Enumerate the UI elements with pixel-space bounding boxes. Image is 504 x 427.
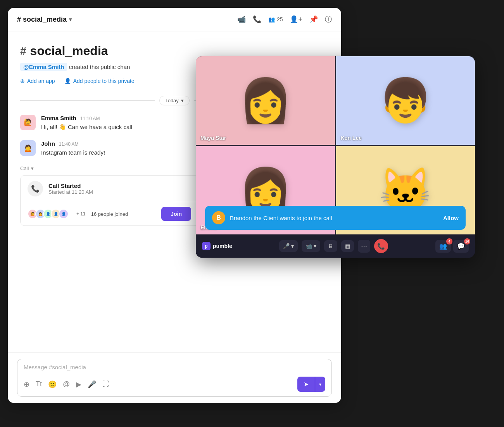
message-input-area: Message #social_media ⊕ Tt 🙂 @ ▶ 🎤 ⛶ ➤ ▾ — [8, 352, 341, 403]
send-btn-group: ➤ ▾ — [297, 377, 325, 392]
add-people-action[interactable]: 👤 Add people to this private — [64, 78, 135, 84]
people-joined: 16 people joined — [91, 211, 156, 217]
today-chevron-icon: ▾ — [181, 98, 184, 103]
avatar-emma: 🙋 — [20, 115, 36, 130]
chat-badge: 16 — [464, 238, 470, 244]
toast-avatar: B — [212, 211, 225, 224]
phone-icon[interactable]: 📞 — [253, 15, 261, 24]
gif-icon[interactable]: ▶ — [76, 380, 81, 389]
add-people-icon: 👤 — [64, 78, 71, 84]
mini-avatar-5: 👤 — [59, 209, 69, 219]
end-call-button[interactable]: 📞 — [374, 239, 388, 253]
video-controls: p pumble 🎤 ▾ 📹 ▾ 🖥 ▦ ⋯ 📞 👥 4 💬 — [196, 234, 475, 258]
send-button[interactable]: ➤ — [297, 377, 315, 392]
pumble-brand-text: pumble — [213, 243, 232, 249]
video-icon[interactable]: 📹 — [237, 15, 246, 24]
screen-ctrl-button[interactable]: 🖥 — [324, 240, 337, 252]
right-ctrl-group: 👥 4 💬 16 — [435, 240, 469, 253]
message-author-0: Emma Smith — [41, 115, 76, 121]
add-app-icon: ⊕ — [20, 78, 25, 84]
video-name-maya: Maya Star — [200, 135, 226, 141]
more-ctrl-button[interactable]: ⋯ — [358, 240, 370, 253]
text-format-icon[interactable]: Tt — [36, 380, 42, 388]
toast-allow-button[interactable]: Allow — [443, 215, 459, 221]
call-card: 📞 Call Started Started at 11:20 AM 🙋 🙍 👤… — [20, 175, 198, 226]
avatar-3d-maya: 👩 — [196, 56, 335, 145]
video-tile-maya: 👩 Maya Star — [196, 56, 335, 145]
video-ctrl-icon: 📹 — [306, 243, 312, 249]
layout-ctrl-button[interactable]: ▦ — [341, 240, 354, 252]
avatars-row: 🙋 🙍 👤 👤 👤 — [28, 209, 66, 219]
participants-badge: 4 — [446, 238, 452, 244]
join-button[interactable]: Join — [161, 207, 191, 221]
participants-ctrl-button[interactable]: 👥 4 — [435, 240, 451, 253]
mic-ctrl-icon: 🎤 — [283, 243, 290, 249]
avatar-3d-ken: 👦 — [336, 56, 475, 145]
expand-icon[interactable]: ⛶ — [102, 380, 109, 388]
attach-icon[interactable]: ⊕ — [24, 380, 29, 389]
channel-chevron-icon: ▾ — [69, 16, 72, 22]
video-tile-ken: 👦 Ken Lee — [336, 56, 475, 145]
header-icons: 📹 📞 👥 25 👤+ 📌 ⓘ — [237, 15, 332, 24]
call-phone-icon: 📞 — [28, 181, 43, 196]
pumble-logo: p pumble — [202, 242, 232, 250]
end-call-icon: 📞 — [377, 243, 385, 250]
channel-title-text: social_media — [30, 44, 108, 58]
add-app-label: Add an app — [27, 78, 55, 84]
input-placeholder[interactable]: Message #social_media — [24, 364, 325, 370]
message-time-1: 11:40 AM — [59, 141, 79, 147]
call-label-text: Call — [20, 165, 29, 171]
message-author-1: John — [41, 140, 55, 147]
channel-desc-suffix: created this public chan — [69, 64, 130, 70]
screen-ctrl-icon: 🖥 — [328, 243, 333, 249]
pumble-icon: p — [202, 242, 211, 250]
channel-name[interactable]: # social_media ▾ — [17, 15, 72, 24]
input-toolbar: ⊕ Tt 🙂 @ ▶ 🎤 ⛶ ➤ ▾ — [24, 377, 325, 392]
hash-symbol: # — [20, 45, 26, 57]
layout-ctrl-icon: ▦ — [345, 243, 350, 249]
add-member-icon[interactable]: 👤+ — [290, 15, 302, 24]
video-panel: 👩 Maya Star 👦 Ken Lee 👩 Emma 🐱 B — [196, 56, 475, 258]
video-name-ken: Ken Lee — [341, 135, 362, 141]
avatar-john: 🙍 — [20, 140, 36, 156]
divider-left — [20, 100, 155, 101]
video-dropdown-icon: ▾ — [314, 243, 316, 249]
pin-icon[interactable]: 📌 — [309, 15, 318, 24]
call-started-title: Call Started — [48, 183, 93, 189]
plus-count: + 11 — [76, 211, 86, 217]
call-started-sub: Started at 11:20 AM — [48, 189, 93, 195]
today-label-text: Today — [165, 98, 179, 103]
call-card-footer: 🙋 🙍 👤 👤 👤 + 11 16 people joined Join — [21, 202, 198, 226]
member-count-number: 25 — [277, 16, 283, 22]
mention-icon[interactable]: @ — [63, 380, 70, 388]
mic-icon[interactable]: 🎤 — [88, 380, 96, 389]
mic-ctrl-button[interactable]: 🎤 ▾ — [279, 240, 298, 252]
chat-header: # social_media ▾ 📹 📞 👥 25 👤+ 📌 ⓘ — [8, 8, 341, 31]
join-toast: B Brandon the Client wants to join the c… — [205, 206, 466, 230]
send-dropdown-button[interactable]: ▾ — [315, 377, 325, 392]
call-chevron-icon: ▾ — [31, 165, 34, 171]
toast-message: Brandon the Client wants to join the cal… — [230, 215, 438, 221]
chat-ctrl-button[interactable]: 💬 16 — [453, 240, 469, 253]
member-count[interactable]: 👥 25 — [268, 16, 283, 22]
mention-badge[interactable]: @Emma Smith — [20, 63, 67, 71]
add-people-label: Add people to this private — [73, 78, 135, 84]
toast-avatar-letter: B — [216, 214, 221, 221]
today-button[interactable]: Today ▾ — [159, 96, 190, 105]
members-icon: 👥 — [268, 16, 275, 22]
mic-dropdown-icon: ▾ — [291, 243, 294, 249]
message-time-0: 11:10 AM — [80, 116, 100, 121]
video-ctrl-button[interactable]: 📹 ▾ — [302, 240, 320, 252]
call-info: Call Started Started at 11:20 AM — [48, 183, 93, 195]
emoji-icon[interactable]: 🙂 — [48, 380, 57, 389]
channel-name-text: # social_media — [17, 15, 67, 24]
add-app-action[interactable]: ⊕ Add an app — [20, 78, 55, 84]
message-input-box: Message #social_media ⊕ Tt 🙂 @ ▶ 🎤 ⛶ ➤ ▾ — [17, 359, 332, 397]
call-card-header: 📞 Call Started Started at 11:20 AM — [21, 176, 198, 202]
info-icon[interactable]: ⓘ — [325, 15, 332, 24]
